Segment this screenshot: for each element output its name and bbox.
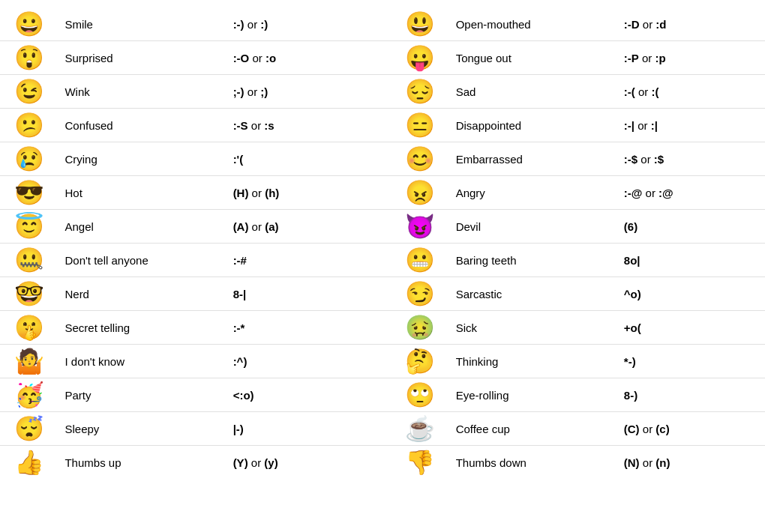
emoji-icon: 😊 [391, 142, 449, 176]
emoji-code: (6) [618, 210, 765, 244]
emoji-icon: 👎 [391, 446, 449, 480]
emoji-name: Devil [450, 210, 618, 244]
emoji-name: Angel [58, 210, 226, 244]
emoji-name: Tongue out [450, 41, 618, 75]
table-row: 😎 Hot (H) or (h) 😠 Angry :-@ or :@ [0, 176, 765, 210]
table-row: 😀 Smile :-) or :) 😃 Open-mouthed :-D or … [0, 7, 765, 41]
table-row: 😉 Wink ;-) or ;) 😔 Sad :-( or :( [0, 75, 765, 109]
table-row: 😕 Confused :-S or :s 😑 Disappointed :-| … [0, 109, 765, 142]
emoji-icon: 🤔 [391, 345, 449, 378]
emoji-name: Hot [58, 176, 226, 210]
emoji-code: :-# [227, 244, 374, 277]
emoji-code: *-) [618, 345, 765, 378]
emoji-icon: 😏 [391, 277, 449, 311]
emoji-code: (A) or (a) [227, 210, 374, 244]
emoji-icon: 😇 [0, 210, 58, 244]
divider [374, 176, 391, 210]
emoji-icon: 😑 [391, 109, 449, 142]
emoji-name: Baring teeth [450, 244, 618, 277]
divider [374, 41, 391, 75]
emoji-name: Party [58, 378, 226, 412]
divider [374, 446, 391, 480]
emoji-code: (Y) or (y) [227, 446, 374, 480]
emoji-name: Sick [450, 311, 618, 345]
emoji-name: Thinking [450, 345, 618, 378]
emoji-name: I don't know [58, 345, 226, 378]
emoji-code: ^o) [618, 277, 765, 311]
emoji-name: Eye-rolling [450, 378, 618, 412]
emoji-code: 8-| [227, 277, 374, 311]
emoji-code: :-) or :) [227, 7, 374, 41]
emoji-icon: 🥳 [0, 378, 58, 412]
emoji-icon: 😀 [0, 7, 58, 41]
emoji-icon: 😎 [0, 176, 58, 210]
divider [374, 210, 391, 244]
emoji-code: :-( or :( [618, 75, 765, 109]
table-row: 😴 Sleepy |-) ☕ Coffee cup (C) or (c) [0, 412, 765, 446]
emoji-name: Smile [58, 7, 226, 41]
emoji-icon: 😃 [391, 7, 449, 41]
emoji-name: Crying [58, 142, 226, 176]
divider [374, 244, 391, 277]
emoji-icon: 😴 [0, 412, 58, 446]
emoji-icon: 👍 [0, 446, 58, 480]
emoji-icon: 😠 [391, 176, 449, 210]
emoji-name: Nerd [58, 277, 226, 311]
emoji-name: Thumbs up [58, 446, 226, 480]
emoji-code: +o( [618, 311, 765, 345]
divider [374, 75, 391, 109]
emoji-code: :'( [227, 142, 374, 176]
divider [374, 412, 391, 446]
emoji-code: :-S or :s [227, 109, 374, 142]
table-row: 🤫 Secret telling :-* 🤢 Sick +o( [0, 311, 765, 345]
table-row: 🤐 Don't tell anyone :-# 😬 Baring teeth 8… [0, 244, 765, 277]
emoji-code: :-| or :| [618, 109, 765, 142]
emoji-code: 8-) [618, 378, 765, 412]
emoji-code: 8o| [618, 244, 765, 277]
emoji-name: Confused [58, 109, 226, 142]
emoji-code: (N) or (n) [618, 446, 765, 480]
emoji-reference-table: 😀 Smile :-) or :) 😃 Open-mouthed :-D or … [0, 7, 765, 479]
emoji-name: Open-mouthed [450, 7, 618, 41]
emoji-name: Wink [58, 75, 226, 109]
emoji-code: :-* [227, 311, 374, 345]
divider [374, 277, 391, 311]
emoji-code: (H) or (h) [227, 176, 374, 210]
emoji-code: ;-) or ;) [227, 75, 374, 109]
divider [374, 7, 391, 41]
emoji-icon: 😢 [0, 142, 58, 176]
emoji-icon: 😉 [0, 75, 58, 109]
divider [374, 345, 391, 378]
table-row: 🤷 I don't know :^) 🤔 Thinking *-) [0, 345, 765, 378]
emoji-code: :-P or :p [618, 41, 765, 75]
emoji-icon: 🤫 [0, 311, 58, 345]
emoji-name: Coffee cup [450, 412, 618, 446]
table-row: 👍 Thumbs up (Y) or (y) 👎 Thumbs down (N)… [0, 446, 765, 480]
emoji-code: :-$ or :$ [618, 142, 765, 176]
emoji-code: :-D or :d [618, 7, 765, 41]
emoji-icon: 🤓 [0, 277, 58, 311]
emoji-name: Don't tell anyone [58, 244, 226, 277]
table-row: 😇 Angel (A) or (a) 😈 Devil (6) [0, 210, 765, 244]
emoji-icon: 🤐 [0, 244, 58, 277]
emoji-name: Secret telling [58, 311, 226, 345]
emoji-name: Surprised [58, 41, 226, 75]
emoji-icon: 😛 [391, 41, 449, 75]
emoji-name: Embarrassed [450, 142, 618, 176]
divider [374, 109, 391, 142]
table-row: 😢 Crying :'( 😊 Embarrassed :-$ or :$ [0, 142, 765, 176]
table-row: 😲 Surprised :-O or :o 😛 Tongue out :-P o… [0, 41, 765, 75]
divider [374, 142, 391, 176]
divider [374, 311, 391, 345]
emoji-code: |-) [227, 412, 374, 446]
emoji-icon: 😔 [391, 75, 449, 109]
table-row: 🥳 Party <:o) 🙄 Eye-rolling 8-) [0, 378, 765, 412]
table-row: 🤓 Nerd 8-| 😏 Sarcastic ^o) [0, 277, 765, 311]
emoji-icon: 😕 [0, 109, 58, 142]
emoji-name: Thumbs down [450, 446, 618, 480]
emoji-icon: 🙄 [391, 378, 449, 412]
emoji-code: :-@ or :@ [618, 176, 765, 210]
emoji-code: <:o) [227, 378, 374, 412]
emoji-icon: 😬 [391, 244, 449, 277]
emoji-code: (C) or (c) [618, 412, 765, 446]
